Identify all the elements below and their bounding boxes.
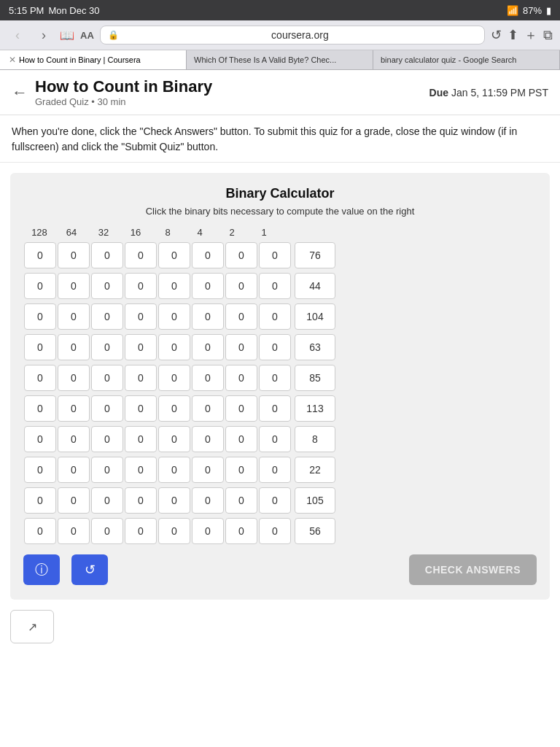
back-nav-button[interactable]: ‹	[7, 25, 28, 45]
fullscreen-button[interactable]: ↗	[10, 610, 54, 643]
reset-button[interactable]: ↺	[71, 554, 108, 585]
bit-row-8: 00000000105	[20, 487, 540, 514]
bit-cell-r4-b1[interactable]: 0	[58, 365, 90, 391]
forward-nav-button[interactable]: ›	[34, 25, 54, 45]
bit-cell-r7-b7[interactable]: 0	[259, 457, 291, 483]
bit-cell-r1-b6[interactable]: 0	[225, 273, 257, 299]
bit-cell-r9-b4[interactable]: 0	[158, 518, 190, 544]
bit-cell-r6-b0[interactable]: 0	[24, 426, 56, 452]
tab-binary-search[interactable]: binary calculator quiz - Google Search	[373, 50, 560, 69]
bit-cell-r8-b0[interactable]: 0	[24, 487, 56, 514]
bit-cell-r2-b0[interactable]: 0	[24, 303, 56, 330]
bit-cell-r3-b5[interactable]: 0	[192, 334, 224, 360]
bit-cell-r8-b5[interactable]: 0	[192, 487, 224, 514]
bit-cell-r3-b2[interactable]: 0	[91, 334, 123, 360]
share-button[interactable]: ⬆	[508, 27, 518, 43]
bit-cell-r6-b4[interactable]: 0	[158, 426, 190, 452]
bit-cell-r7-b2[interactable]: 0	[91, 457, 123, 483]
bit-cell-r2-b5[interactable]: 0	[192, 303, 224, 330]
bit-cell-r8-b2[interactable]: 0	[91, 487, 123, 514]
bit-cell-r0-b2[interactable]: 0	[91, 242, 123, 268]
bit-cell-r7-b3[interactable]: 0	[125, 457, 157, 483]
bit-cell-r8-b1[interactable]: 0	[58, 487, 90, 514]
bit-cell-r0-b7[interactable]: 0	[259, 242, 291, 268]
bit-cell-r6-b7[interactable]: 0	[259, 426, 291, 452]
page-back-button[interactable]: ←	[12, 83, 28, 102]
tab-valid-byte[interactable]: Which Of These Is A Valid Byte? Chec...	[187, 50, 373, 69]
bit-cell-r1-b2[interactable]: 0	[91, 273, 123, 299]
bit-cell-r1-b0[interactable]: 0	[24, 273, 56, 299]
bit-cell-r5-b5[interactable]: 0	[192, 395, 224, 422]
bit-cell-r8-b4[interactable]: 0	[158, 487, 190, 514]
bit-cell-r0-b1[interactable]: 0	[58, 242, 90, 268]
bit-cell-r0-b4[interactable]: 0	[158, 242, 190, 268]
bit-cell-r4-b5[interactable]: 0	[192, 365, 224, 391]
bit-cell-r6-b6[interactable]: 0	[225, 426, 257, 452]
bit-cell-r2-b6[interactable]: 0	[225, 303, 257, 330]
bit-cell-r9-b2[interactable]: 0	[91, 518, 123, 544]
bit-cell-r9-b5[interactable]: 0	[192, 518, 224, 544]
reload-button[interactable]: ↺	[491, 27, 502, 43]
bit-cell-r5-b7[interactable]: 0	[259, 395, 291, 422]
bit-cell-r3-b4[interactable]: 0	[158, 334, 190, 360]
new-tab-button[interactable]: ＋	[524, 26, 537, 44]
tabs-button[interactable]: ⧉	[543, 28, 553, 43]
bit-cell-r9-b7[interactable]: 0	[259, 518, 291, 544]
bit-cell-r1-b7[interactable]: 0	[259, 273, 291, 299]
bit-cell-r5-b2[interactable]: 0	[91, 395, 123, 422]
bit-cell-r7-b0[interactable]: 0	[24, 457, 56, 483]
bit-cell-r7-b6[interactable]: 0	[225, 457, 257, 483]
bit-cell-r3-b6[interactable]: 0	[225, 334, 257, 360]
bit-cell-r0-b3[interactable]: 0	[125, 242, 157, 268]
bit-cell-r0-b0[interactable]: 0	[24, 242, 56, 268]
bit-cell-r4-b0[interactable]: 0	[24, 365, 56, 391]
bit-cell-r7-b4[interactable]: 0	[158, 457, 190, 483]
bit-cell-r7-b1[interactable]: 0	[58, 457, 90, 483]
font-size-button[interactable]: AA	[80, 30, 94, 41]
bit-cell-r1-b3[interactable]: 0	[125, 273, 157, 299]
bit-cell-r9-b6[interactable]: 0	[225, 518, 257, 544]
bit-cell-r9-b3[interactable]: 0	[125, 518, 157, 544]
bit-cell-r5-b0[interactable]: 0	[24, 395, 56, 422]
battery-icon: ▮	[546, 5, 551, 16]
bit-cell-r9-b0[interactable]: 0	[24, 518, 56, 544]
bit-cell-r5-b1[interactable]: 0	[58, 395, 90, 422]
bit-cell-r8-b3[interactable]: 0	[125, 487, 157, 514]
bit-cell-r1-b4[interactable]: 0	[158, 273, 190, 299]
bit-cell-r3-b0[interactable]: 0	[24, 334, 56, 360]
bit-cell-r1-b1[interactable]: 0	[58, 273, 90, 299]
tab-coursera[interactable]: ✕ How to Count in Binary | Coursera	[0, 50, 187, 69]
bit-cell-r8-b7[interactable]: 0	[259, 487, 291, 514]
bit-cell-r3-b7[interactable]: 0	[259, 334, 291, 360]
bit-cell-r5-b3[interactable]: 0	[125, 395, 157, 422]
bit-cell-r4-b2[interactable]: 0	[91, 365, 123, 391]
bit-cell-r2-b1[interactable]: 0	[58, 303, 90, 330]
bit-cell-r4-b4[interactable]: 0	[158, 365, 190, 391]
bit-cell-r8-b6[interactable]: 0	[225, 487, 257, 514]
bit-cell-r4-b6[interactable]: 0	[225, 365, 257, 391]
tab-close-icon[interactable]: ✕	[9, 55, 16, 65]
check-answers-button[interactable]: CHECK ANSWERS	[409, 554, 537, 585]
bit-cell-r1-b5[interactable]: 0	[192, 273, 224, 299]
bit-cell-r7-b5[interactable]: 0	[192, 457, 224, 483]
reader-mode-button[interactable]: 📖	[60, 28, 74, 42]
bit-cell-r0-b6[interactable]: 0	[225, 242, 257, 268]
bit-cell-r3-b1[interactable]: 0	[58, 334, 90, 360]
bit-cell-r6-b1[interactable]: 0	[58, 426, 90, 452]
info-button[interactable]: ⓘ	[23, 554, 60, 585]
bit-cell-r6-b5[interactable]: 0	[192, 426, 224, 452]
bit-cell-r2-b3[interactable]: 0	[125, 303, 157, 330]
bit-cell-r4-b3[interactable]: 0	[125, 365, 157, 391]
bit-cell-r4-b7[interactable]: 0	[259, 365, 291, 391]
bit-cell-r2-b7[interactable]: 0	[259, 303, 291, 330]
bit-cell-r0-b5[interactable]: 0	[192, 242, 224, 268]
bit-cell-r9-b1[interactable]: 0	[58, 518, 90, 544]
address-bar[interactable]: 🔒 coursera.org	[100, 26, 485, 44]
bit-cell-r6-b2[interactable]: 0	[91, 426, 123, 452]
bit-cell-r2-b2[interactable]: 0	[91, 303, 123, 330]
bit-cell-r5-b4[interactable]: 0	[158, 395, 190, 422]
bit-cell-r2-b4[interactable]: 0	[158, 303, 190, 330]
bit-cell-r3-b3[interactable]: 0	[125, 334, 157, 360]
bit-cell-r6-b3[interactable]: 0	[125, 426, 157, 452]
bit-cell-r5-b6[interactable]: 0	[225, 395, 257, 422]
